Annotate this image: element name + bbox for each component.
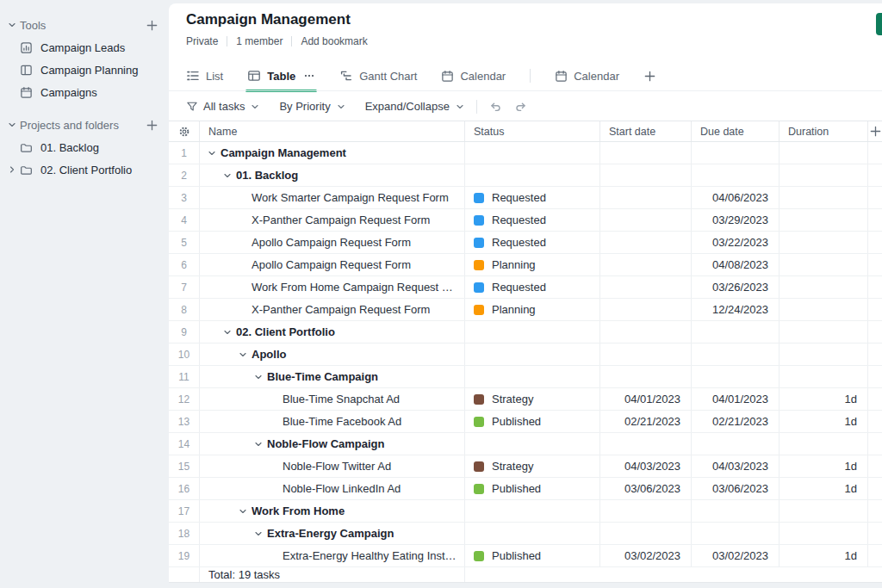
start-date-cell[interactable] <box>600 366 692 387</box>
status-cell[interactable]: Planning <box>465 254 600 275</box>
task-name-cell[interactable]: X-Panther Campaign Request Form <box>200 209 465 231</box>
duration-cell[interactable] <box>780 187 868 208</box>
start-date-cell[interactable] <box>600 344 692 365</box>
status-cell[interactable] <box>465 523 600 544</box>
table-row[interactable]: 902. Client Portfolio <box>169 321 882 344</box>
tab-calendar[interactable]: Calendar <box>441 60 506 91</box>
duration-cell[interactable] <box>780 366 868 387</box>
row-chevron-down-icon[interactable] <box>238 350 252 360</box>
add-view-button[interactable] <box>643 70 656 83</box>
row-chevron-down-icon[interactable] <box>238 506 252 517</box>
start-date-cell[interactable] <box>600 433 692 455</box>
start-date-cell[interactable] <box>600 500 692 522</box>
task-name-cell[interactable]: Blue-Time Facebook Ad <box>200 411 465 432</box>
table-row[interactable]: 11Blue-Time Campaign <box>169 366 882 388</box>
status-cell[interactable] <box>465 500 600 522</box>
status-cell[interactable] <box>465 344 600 365</box>
due-date-cell[interactable] <box>692 321 780 343</box>
duration-cell[interactable] <box>780 164 868 186</box>
due-date-cell[interactable]: 04/06/2023 <box>692 187 780 208</box>
tab-more-icon[interactable] <box>303 70 315 82</box>
undo-icon[interactable] <box>488 100 502 114</box>
row-chevron-down-icon[interactable] <box>253 372 267 382</box>
status-cell[interactable] <box>465 321 600 343</box>
tab-table[interactable]: Table <box>247 60 315 91</box>
duration-cell[interactable] <box>780 276 868 298</box>
duration-cell[interactable]: 1d <box>780 478 868 499</box>
redo-icon[interactable] <box>514 100 528 114</box>
sidebar-section-header-projects-and-folders[interactable]: Projects and folders <box>0 114 169 136</box>
duration-cell[interactable] <box>780 142 868 164</box>
sidebar-item-02-client-portfolio[interactable]: 02. Client Portfolio <box>0 158 169 181</box>
duration-cell[interactable] <box>780 232 868 253</box>
due-date-cell[interactable]: 03/02/2023 <box>692 545 780 566</box>
due-date-cell[interactable]: 02/21/2023 <box>692 411 780 432</box>
table-row[interactable]: 8X-Panther Campaign Request FormPlanning… <box>169 299 882 321</box>
start-date-cell[interactable] <box>600 276 692 298</box>
status-cell[interactable] <box>465 164 600 186</box>
duration-cell[interactable] <box>780 344 868 365</box>
status-cell[interactable]: Published <box>465 478 600 499</box>
duration-cell[interactable] <box>780 500 868 522</box>
table-row[interactable]: 18Extra-Energy Campaign <box>169 523 882 545</box>
sidebar-item-campaign-planning[interactable]: Campaign Planning <box>0 59 169 81</box>
table-row[interactable]: 6Apollo Campaign Request FormPlanning04/… <box>169 254 882 276</box>
task-name-cell[interactable]: X-Panther Campaign Request Form <box>200 299 465 320</box>
column-header-start-date[interactable]: Start date <box>600 121 692 141</box>
task-name-cell[interactable]: Extra-Energy Healthy Eating Instagra... <box>200 545 465 566</box>
table-row[interactable]: 16Noble-Flow LinkedIn AdPublished03/06/2… <box>169 478 882 500</box>
status-cell[interactable]: Requested <box>465 276 600 298</box>
table-row[interactable]: 3Work Smarter Campaign Request FormReque… <box>169 187 882 209</box>
sidebar-item-01-backlog[interactable]: 01. Backlog <box>0 136 169 158</box>
duration-cell[interactable]: 1d <box>780 411 868 432</box>
task-name-cell[interactable]: Noble-Flow LinkedIn Ad <box>200 478 465 499</box>
due-date-cell[interactable]: 03/06/2023 <box>692 478 780 499</box>
due-date-cell[interactable] <box>692 523 780 544</box>
duration-cell[interactable] <box>780 321 868 343</box>
due-date-cell[interactable] <box>692 142 780 164</box>
due-date-cell[interactable]: 03/29/2023 <box>692 209 780 231</box>
table-row[interactable]: 4X-Panther Campaign Request FormRequeste… <box>169 209 882 232</box>
duration-cell[interactable] <box>780 523 868 544</box>
table-row[interactable]: 10Apollo <box>169 344 882 366</box>
row-chevron-down-icon[interactable] <box>222 327 236 337</box>
duration-cell[interactable]: 1d <box>780 388 868 410</box>
tab-gantt-chart[interactable]: Gantt Chart <box>339 60 417 91</box>
due-date-cell[interactable]: 04/01/2023 <box>692 388 780 410</box>
task-name-cell[interactable]: Noble-Flow Twitter Ad <box>200 455 465 477</box>
task-name-cell[interactable]: Campaign Management <box>200 142 465 164</box>
table-row[interactable]: 201. Backlog <box>169 164 882 187</box>
start-date-cell[interactable] <box>600 232 692 253</box>
start-date-cell[interactable] <box>600 321 692 343</box>
row-chevron-down-icon[interactable] <box>207 148 220 158</box>
task-name-cell[interactable]: 02. Client Portfolio <box>200 321 465 343</box>
due-date-cell[interactable] <box>692 344 780 365</box>
table-row[interactable]: 5Apollo Campaign Request FormRequested03… <box>169 232 882 254</box>
start-date-cell[interactable] <box>600 187 692 208</box>
expand-collapse-dropdown[interactable]: Expand/Collapse <box>365 100 465 113</box>
share-button[interactable] <box>876 13 882 35</box>
duration-cell[interactable] <box>780 209 868 231</box>
status-cell[interactable] <box>465 366 600 387</box>
duration-cell[interactable] <box>780 299 868 320</box>
start-date-cell[interactable]: 02/21/2023 <box>600 411 692 432</box>
duration-cell[interactable] <box>780 433 868 455</box>
task-name-cell[interactable]: Work Smarter Campaign Request Form <box>200 187 465 208</box>
column-settings-button[interactable] <box>169 121 200 141</box>
table-row[interactable]: 12Blue-Time Snapchat AdStrategy04/01/202… <box>169 388 882 411</box>
task-name-cell[interactable]: Noble-Flow Campaign <box>200 433 465 455</box>
column-header-name[interactable]: Name <box>200 121 465 141</box>
members-count[interactable]: 1 member <box>236 35 283 47</box>
start-date-cell[interactable] <box>600 209 692 231</box>
task-name-cell[interactable]: Work From Home Campaign Request Form <box>200 276 465 298</box>
tab-list[interactable]: List <box>186 60 223 91</box>
table-row[interactable]: 13Blue-Time Facebook AdPublished02/21/20… <box>169 411 882 433</box>
due-date-cell[interactable] <box>692 164 780 186</box>
add-item-button[interactable] <box>146 19 158 32</box>
table-row[interactable]: 15Noble-Flow Twitter AdStrategy04/03/202… <box>169 455 882 478</box>
table-row[interactable]: 7Work From Home Campaign Request FormReq… <box>169 276 882 299</box>
status-cell[interactable] <box>465 433 600 455</box>
start-date-cell[interactable] <box>600 523 692 544</box>
status-cell[interactable]: Requested <box>465 187 600 208</box>
column-header-status[interactable]: Status <box>465 121 600 141</box>
